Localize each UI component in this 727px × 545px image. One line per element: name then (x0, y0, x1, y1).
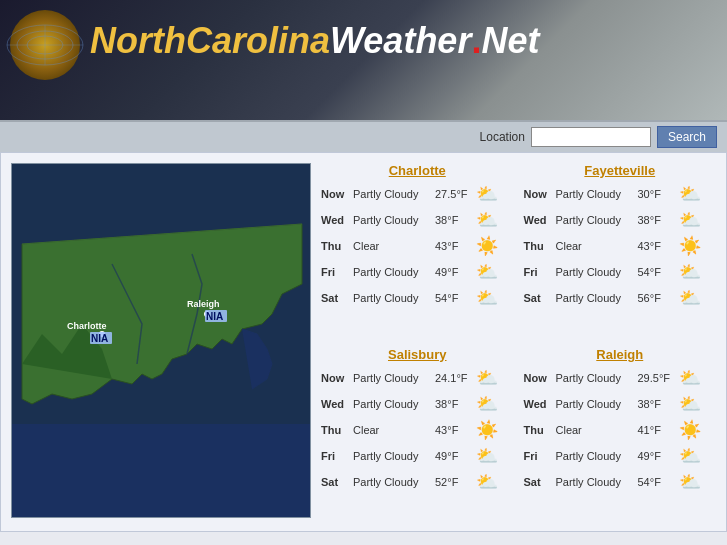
weather-row: NowPartly Cloudy27.5°F⛅ (321, 182, 514, 206)
weather-icon-partly-cloudy: ⛅ (475, 182, 499, 206)
weather-icon-partly-cloudy: ⛅ (678, 392, 702, 416)
city-block-fayetteville: FayettevilleNowPartly Cloudy30°F⛅WedPart… (524, 163, 717, 337)
city-name-salisbury[interactable]: Salisbury (321, 347, 514, 362)
day-label: Fri (524, 266, 552, 278)
weather-icon-clear: ☀️ (475, 418, 499, 442)
weather-icon-partly-cloudy: ⛅ (678, 182, 702, 206)
title-dot: . (471, 20, 481, 61)
svg-text:NIA: NIA (206, 311, 223, 322)
weather-icon-partly-cloudy: ⛅ (475, 260, 499, 284)
weather-row: FriPartly Cloudy49°F⛅ (321, 444, 514, 468)
temperature: 38°F (638, 214, 674, 226)
weather-row: ThuClear43°F☀️ (524, 234, 717, 258)
day-label: Wed (524, 214, 552, 226)
day-label: Thu (321, 424, 349, 436)
condition-label: Clear (556, 424, 634, 436)
weather-row: WedPartly Cloudy38°F⛅ (321, 208, 514, 232)
condition-label: Partly Cloudy (353, 450, 431, 462)
condition-label: Partly Cloudy (353, 372, 431, 384)
location-input[interactable] (531, 127, 651, 147)
radar-logo (10, 10, 80, 80)
day-label: Wed (321, 398, 349, 410)
main-content: Charlotte NIA Raleigh NIA CharlotteNowPa… (0, 152, 727, 532)
temperature: 49°F (435, 266, 471, 278)
condition-label: Partly Cloudy (353, 266, 431, 278)
weather-icon-clear: ☀️ (678, 418, 702, 442)
condition-label: Partly Cloudy (353, 214, 431, 226)
weather-icon-partly-cloudy: ⛅ (678, 470, 702, 494)
day-label: Now (524, 188, 552, 200)
weather-row: ThuClear43°F☀️ (321, 418, 514, 442)
city-name-charlotte[interactable]: Charlotte (321, 163, 514, 178)
temperature: 24.1°F (435, 372, 471, 384)
temperature: 38°F (435, 398, 471, 410)
weather-icon-clear: ☀️ (475, 234, 499, 258)
day-label: Sat (524, 292, 552, 304)
condition-label: Partly Cloudy (353, 292, 431, 304)
condition-label: Partly Cloudy (353, 398, 431, 410)
condition-label: Clear (556, 240, 634, 252)
condition-label: Partly Cloudy (556, 398, 634, 410)
weather-row: WedPartly Cloudy38°F⛅ (524, 392, 717, 416)
day-label: Thu (524, 240, 552, 252)
temperature: 54°F (638, 266, 674, 278)
search-button[interactable]: Search (657, 126, 717, 148)
nc-map-svg: Charlotte NIA Raleigh NIA (12, 164, 311, 518)
city-name-fayetteville[interactable]: Fayetteville (524, 163, 717, 178)
temperature: 38°F (435, 214, 471, 226)
city-block-salisbury: SalisburyNowPartly Cloudy24.1°F⛅WedPartl… (321, 347, 514, 521)
weather-row: SatPartly Cloudy56°F⛅ (524, 286, 717, 310)
weather-row: SatPartly Cloudy54°F⛅ (524, 470, 717, 494)
temperature: 54°F (435, 292, 471, 304)
condition-label: Clear (353, 240, 431, 252)
weather-icon-partly-cloudy: ⛅ (678, 260, 702, 284)
temperature: 49°F (435, 450, 471, 462)
title-nc: NorthCarolina (90, 20, 330, 61)
title-net: Net (481, 20, 539, 61)
temperature: 29.5°F (638, 372, 674, 384)
condition-label: Partly Cloudy (556, 292, 634, 304)
condition-label: Partly Cloudy (556, 214, 634, 226)
weather-row: WedPartly Cloudy38°F⛅ (524, 208, 717, 232)
weather-icon-partly-cloudy: ⛅ (678, 208, 702, 232)
weather-row: WedPartly Cloudy38°F⛅ (321, 392, 514, 416)
weather-row: FriPartly Cloudy54°F⛅ (524, 260, 717, 284)
day-label: Wed (321, 214, 349, 226)
svg-text:Charlotte: Charlotte (67, 321, 107, 331)
temperature: 41°F (638, 424, 674, 436)
day-label: Sat (321, 476, 349, 488)
svg-rect-6 (12, 424, 311, 518)
temperature: 43°F (638, 240, 674, 252)
condition-label: Partly Cloudy (353, 188, 431, 200)
day-label: Now (321, 372, 349, 384)
weather-icon-partly-cloudy: ⛅ (678, 366, 702, 390)
weather-row: NowPartly Cloudy29.5°F⛅ (524, 366, 717, 390)
weather-row: ThuClear41°F☀️ (524, 418, 717, 442)
svg-text:NIA: NIA (91, 333, 108, 344)
weather-icon-partly-cloudy: ⛅ (678, 444, 702, 468)
day-label: Sat (524, 476, 552, 488)
city-name-raleigh[interactable]: Raleigh (524, 347, 717, 362)
weather-row: FriPartly Cloudy49°F⛅ (524, 444, 717, 468)
site-header: NorthCarolinaWeather.Net (0, 0, 727, 120)
weather-icon-partly-cloudy: ⛅ (475, 444, 499, 468)
city-block-raleigh: RaleighNowPartly Cloudy29.5°F⛅WedPartly … (524, 347, 717, 521)
day-label: Fri (524, 450, 552, 462)
weather-row: FriPartly Cloudy49°F⛅ (321, 260, 514, 284)
day-label: Fri (321, 450, 349, 462)
day-label: Wed (524, 398, 552, 410)
svg-text:Raleigh: Raleigh (187, 299, 220, 309)
day-label: Sat (321, 292, 349, 304)
weather-row: SatPartly Cloudy52°F⛅ (321, 470, 514, 494)
day-label: Now (524, 372, 552, 384)
title-weather: Weather (330, 20, 471, 61)
weather-data: CharlotteNowPartly Cloudy27.5°F⛅WedPartl… (321, 163, 716, 521)
weather-icon-partly-cloudy: ⛅ (678, 286, 702, 310)
temperature: 54°F (638, 476, 674, 488)
temperature: 30°F (638, 188, 674, 200)
temperature: 43°F (435, 240, 471, 252)
city-block-charlotte: CharlotteNowPartly Cloudy27.5°F⛅WedPartl… (321, 163, 514, 337)
temperature: 49°F (638, 450, 674, 462)
location-label: Location (480, 130, 525, 144)
condition-label: Clear (353, 424, 431, 436)
